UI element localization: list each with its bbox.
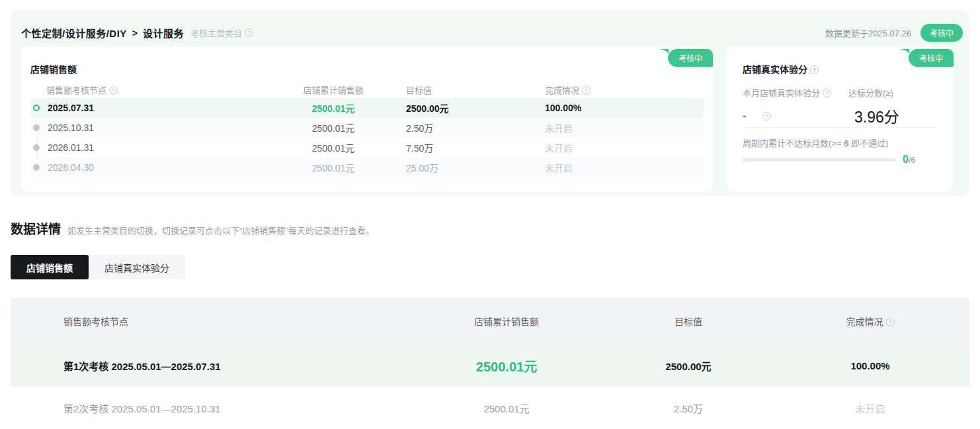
- completion-value: 未开启: [545, 141, 704, 154]
- completion-value: 100.00%: [545, 103, 704, 113]
- help-icon[interactable]: ?: [109, 86, 118, 95]
- tab-store-sales[interactable]: 店铺销售额: [11, 255, 89, 279]
- breadcrumb: 个性定制/设计服务/DIY > 设计服务 考核主营类目 ? 数据更新于2025.…: [21, 24, 963, 42]
- data-updated-text: 数据更新于2025.07.26: [825, 26, 911, 39]
- experience-card-title: 店铺真实体验分?: [743, 62, 819, 75]
- cumulative-value: 2500.01元: [407, 356, 606, 375]
- progress-current: 0: [903, 154, 909, 165]
- cumulative-value: 2500.01元: [261, 121, 406, 134]
- breadcrumb-separator: >: [132, 28, 138, 38]
- help-icon[interactable]: ?: [582, 86, 591, 95]
- timeline-node-icon: [33, 124, 40, 131]
- progress-total: /6: [909, 155, 916, 165]
- col-target: 目标值: [606, 314, 771, 328]
- breadcrumb-note: 考核主营类目: [190, 26, 242, 39]
- completion-value: 未开启: [545, 121, 704, 134]
- help-icon[interactable]: ?: [886, 318, 895, 326]
- node-date: 2026.04.30: [46, 162, 261, 173]
- completion-value: 未开启: [545, 161, 704, 174]
- threshold-label: 达标分数(≥): [848, 86, 893, 99]
- timeline-node-icon: [33, 164, 40, 171]
- assessment-period: 第1次考核 2025.05.01—2025.07.31: [11, 359, 407, 373]
- col-completion: 完成情况?: [771, 314, 969, 328]
- help-icon[interactable]: ?: [245, 28, 253, 37]
- sales-assessment-table: 销售额考核节点? 店铺累计销售额 目标值 完成情况? 2025.07.31 25…: [30, 81, 704, 177]
- current-score-value: -: [743, 109, 760, 123]
- divider: [743, 127, 938, 128]
- sales-table-header: 销售额考核节点? 店铺累计销售额 目标值 完成情况?: [30, 81, 704, 98]
- threshold-score-value: 3.96分: [854, 105, 899, 127]
- completion-value: 100.00%: [771, 360, 969, 371]
- col-completion: 完成情况?: [545, 83, 704, 96]
- cumulative-value: 2500.01元: [261, 101, 406, 115]
- completion-value: 未开启: [771, 401, 969, 415]
- breadcrumb-category-path: 个性定制/设计服务/DIY: [21, 26, 127, 40]
- target-value: 2500.00元: [606, 359, 771, 373]
- assessment-period: 第2次考核 2025.05.01—2025.10.31: [11, 401, 407, 415]
- help-icon[interactable]: ?: [762, 112, 771, 120]
- cumulative-value: 2500.01元: [407, 401, 606, 415]
- table-row[interactable]: 2025.07.31 2500.01元 2500.00元 100.00%: [30, 98, 704, 118]
- details-table-header: 销售额考核节点 店铺累计销售额 目标值 完成情况?: [11, 298, 969, 344]
- target-value: 2500.00元: [406, 101, 545, 115]
- progress-bar: [743, 158, 896, 162]
- experience-card-status-badge: 考核中: [909, 49, 954, 67]
- details-tabs: 店铺销售额 店铺真实体验分: [11, 255, 185, 279]
- sales-card-status-badge: 考核中: [668, 49, 713, 67]
- table-row[interactable]: 2026.04.30 2500.01元 25.00万 未开启: [30, 158, 704, 177]
- table-row[interactable]: 第2次考核 2025.05.01—2025.10.31 2500.01元 2.5…: [11, 387, 969, 429]
- target-value: 7.50万: [406, 141, 545, 154]
- timeline-node-icon: [33, 144, 40, 151]
- target-value: 2.50万: [406, 121, 545, 134]
- table-row[interactable]: 2026.01.31 2500.01元 7.50万 未开启: [30, 138, 704, 158]
- node-date: 2025.07.31: [46, 103, 261, 113]
- col-target: 目标值: [406, 83, 545, 96]
- current-score-label: 本月店铺真实体验分?: [743, 86, 848, 99]
- cumulative-value: 2500.01元: [261, 161, 406, 174]
- node-date: 2026.01.31: [46, 142, 261, 153]
- fail-months-progress: 0/6: [743, 154, 938, 166]
- details-table: 销售额考核节点 店铺累计销售额 目标值 完成情况? 第1次考核 2025.05.…: [11, 298, 969, 429]
- table-row[interactable]: 2025.10.31 2500.01元 2.50万 未开启: [30, 118, 704, 138]
- col-cumulative: 店铺累计销售额: [261, 83, 406, 96]
- col-node: 销售额考核节点: [11, 314, 407, 328]
- cumulative-value: 2500.01元: [261, 141, 406, 154]
- sales-card-title: 店铺销售额: [30, 62, 77, 75]
- section-title: 数据详情: [11, 219, 61, 237]
- breadcrumb-current: 设计服务: [143, 26, 184, 40]
- fail-threshold-value: 6: [844, 138, 848, 148]
- node-date: 2025.10.31: [46, 122, 261, 133]
- col-node: 销售额考核节点?: [46, 83, 261, 96]
- store-sales-card: 考核中 店铺销售额 销售额考核节点? 店铺累计销售额 目标值 完成情况? 202…: [21, 46, 713, 192]
- timeline-node-icon: [33, 105, 40, 111]
- help-icon[interactable]: ?: [823, 89, 831, 97]
- target-value: 2.50万: [606, 401, 771, 415]
- experience-score-card: 考核中 店铺真实体验分? 本月店铺真实体验分? 达标分数(≥) - ? 3.96…: [727, 46, 954, 192]
- tab-experience-score[interactable]: 店铺真实体验分: [89, 255, 185, 279]
- help-icon[interactable]: ?: [810, 66, 819, 74]
- target-value: 25.00万: [406, 161, 545, 174]
- col-cumulative: 店铺累计销售额: [407, 314, 606, 328]
- period-rule-text: 周期内累计不达标月数(>= 6 即不通过): [743, 136, 888, 149]
- table-row[interactable]: 第1次考核 2025.05.01—2025.07.31 2500.01元 250…: [11, 344, 969, 387]
- section-description: 如发生主营类目的切换，切换记录可点击以下“店铺销售额”每天的记录进行查看。: [67, 224, 374, 236]
- status-badge: 考核中: [920, 24, 963, 42]
